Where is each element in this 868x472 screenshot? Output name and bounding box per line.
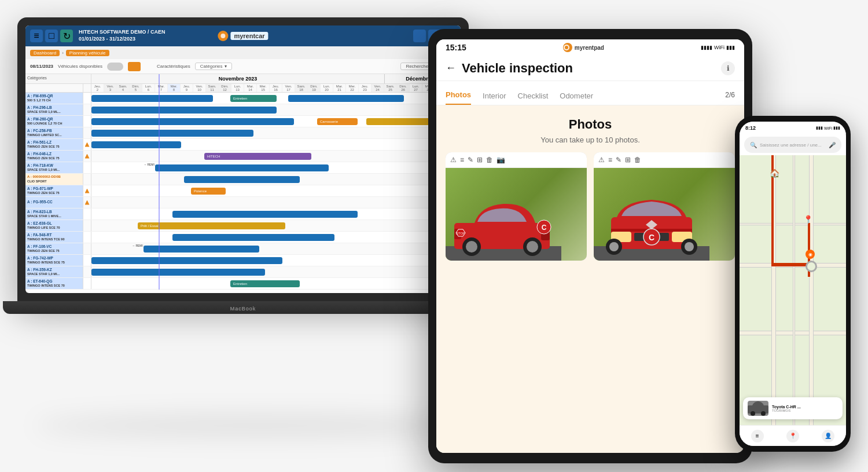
- menu-bottom-icon[interactable]: ≡: [751, 430, 764, 442]
- gantt-bar-pret[interactable]: Prêt / Essai: [138, 222, 285, 229]
- search-input[interactable]: Saisissez une adresse / une...: [760, 142, 826, 148]
- toolbar-list-icon-2[interactable]: ≡: [608, 156, 612, 164]
- gantt-bar-remi[interactable]: [155, 164, 329, 171]
- svg-point-2: [565, 46, 568, 49]
- toolbar-warning-icon[interactable]: ⚠: [450, 156, 457, 164]
- vehicle-r: [83, 139, 91, 150]
- day-21: Mar.21: [333, 84, 346, 92]
- gantt-bar[interactable]: [91, 257, 282, 264]
- categories-dropdown[interactable]: Catégories ▾: [195, 63, 233, 70]
- table-row: A : FH-561-LZ TWINGO ZEN SCE 75: [25, 139, 461, 151]
- svg-text:C: C: [542, 224, 547, 232]
- gantt-bar[interactable]: [91, 107, 277, 114]
- vehicle-label: A : FG-671-WP TWINGO ZEN SCE 75: [25, 185, 83, 196]
- car-sub: TOURIMOS: [772, 409, 838, 412]
- toolbar-delete-icon[interactable]: 🗑: [486, 156, 493, 164]
- warning-icon: [85, 200, 90, 205]
- breadcrumb-planning[interactable]: Planning véhicule: [66, 50, 109, 56]
- toolbar-edit-icon-2[interactable]: ✎: [616, 156, 621, 164]
- vehicle-r: [83, 232, 91, 243]
- tablet-content: Photos You can take up to 10 photos. ⚠ ≡…: [436, 105, 744, 453]
- gantt-cells: → REMI: [91, 162, 461, 173]
- toolbar-crop-icon[interactable]: ⊞: [477, 156, 483, 164]
- gantt-cells: [91, 208, 461, 219]
- svg-point-24: [609, 242, 619, 251]
- svg-point-8: [466, 241, 477, 253]
- vehicle-label: A : FH-561-LZ TWINGO ZEN SCE 75: [25, 139, 83, 150]
- gantt-cells: [91, 266, 461, 277]
- svg-text:C: C: [649, 233, 654, 242]
- tablet-tabs: Photos Interior Checklist Odometer 2/6: [436, 81, 744, 105]
- day-7: Mar.7: [155, 84, 168, 92]
- person-bottom-icon[interactable]: 👤: [822, 430, 834, 442]
- gantt-bar-entretien2[interactable]: Entretien: [230, 280, 300, 287]
- gantt-cells: [91, 139, 461, 150]
- refresh-icon[interactable]: ↻: [60, 30, 73, 42]
- table-row: A : ET-640-QG TWINGO INTENS SCE 70 Entre…: [25, 278, 461, 290]
- vehicle-label: A : FG-742-WP TWINGO INTENS SCE 75: [25, 255, 83, 266]
- breadcrumb-arrow: ›: [62, 50, 64, 56]
- user-icon[interactable]: [413, 30, 426, 42]
- toolbar-crop-icon-2[interactable]: ⊞: [625, 156, 631, 164]
- vehicle-r: [83, 93, 91, 104]
- map-location-pin: ◉: [806, 250, 815, 259]
- tab-odometer[interactable]: Odometer: [560, 92, 593, 105]
- filter-icon[interactable]: [128, 62, 141, 71]
- gantt-cells: [91, 104, 461, 115]
- phone-car-card[interactable]: Toyota C-HR ... TOURIMOS: [743, 397, 843, 419]
- vehicle-label: A : FF-106-VC TWINGO ZEN SCE 75: [25, 243, 83, 254]
- photo-image-1: STOP C: [446, 168, 587, 261]
- day-17: Ven.17: [282, 84, 295, 92]
- tablet-logo-icon: [563, 43, 572, 52]
- toolbar-list-icon[interactable]: ≡: [460, 156, 464, 164]
- toolbar-warning-icon-2[interactable]: ⚠: [598, 156, 605, 164]
- breadcrumb-dashboard[interactable]: Dashboard: [30, 50, 60, 56]
- back-button[interactable]: ←: [446, 62, 456, 74]
- tab-photos[interactable]: Photos: [446, 90, 471, 105]
- day-16: Jeu.16: [270, 84, 282, 92]
- location-bottom-icon[interactable]: 📍: [786, 430, 799, 442]
- month-header: Catégories Novembre 2023 Décembre 2...: [25, 74, 461, 84]
- gantt-bar-potence[interactable]: Potence: [191, 188, 226, 195]
- gantt-bar[interactable]: [172, 234, 334, 241]
- day-4: Sam.4: [117, 84, 130, 92]
- gantt-cells: Entretien: [91, 93, 461, 104]
- gantt-bar-remi2[interactable]: [144, 246, 259, 253]
- gantt-bar-hitech[interactable]: HITECH: [204, 153, 311, 160]
- company-name: HITECH SOFTWARE DEMO / CAEN 01/01/2023 -…: [79, 29, 165, 42]
- toolbar-camera-icon[interactable]: 📷: [496, 156, 505, 164]
- phone-bottombar: ≡ 📍 👤: [740, 425, 846, 446]
- toolbar-delete-icon-2[interactable]: 🗑: [634, 156, 641, 164]
- vehicle-label: A : EZ-638-GL TWINGO LIFE SCE 70: [25, 220, 83, 231]
- toolbar-edit-icon[interactable]: ✎: [468, 156, 473, 164]
- laptop-body: ≡ □ ↻ HITECH SOFTWARE DEMO / CAEN 01/01/…: [17, 17, 469, 301]
- tablet-navbar: ← Vehicle inspection ℹ: [436, 56, 744, 81]
- gantt-cells: [91, 255, 461, 266]
- info-button[interactable]: ℹ: [721, 61, 735, 75]
- photo-toolbar-2: ⚠ ≡ ✎ ⊞ 🗑: [594, 152, 735, 168]
- vehicles-toggle[interactable]: [107, 63, 123, 71]
- gantt-bar[interactable]: [184, 176, 300, 183]
- logo-icon: [218, 31, 228, 41]
- phone-searchbar[interactable]: 🔍 Saisissez une adresse / une... 🎤: [744, 137, 841, 153]
- gantt-bar[interactable]: [91, 118, 294, 125]
- gantt-bar-2[interactable]: [288, 95, 404, 102]
- menu-icon[interactable]: ≡: [30, 30, 43, 42]
- gantt-bar-entretien[interactable]: Entretien: [230, 95, 277, 102]
- tab-checklist[interactable]: Checklist: [518, 92, 549, 105]
- vehicle-label: A : FA-548-RT TWINGO INTENS TCE 90: [25, 232, 83, 243]
- tab-interior[interactable]: Interior: [483, 92, 506, 105]
- calendar-icon[interactable]: □: [45, 30, 58, 42]
- battery-icon: ▮▮▮: [726, 45, 735, 50]
- gantt-bar[interactable]: [91, 130, 253, 137]
- table-row: A : FA-548-RT TWINGO INTENS TCE 90: [25, 232, 461, 243]
- gantt-bar[interactable]: [172, 211, 358, 218]
- gantt-bar[interactable]: [91, 269, 265, 276]
- svg-text:STOP: STOP: [456, 232, 465, 235]
- vehicle-r: [83, 266, 91, 277]
- tablet: 15:15 myrentpad ▮▮▮▮ WiFi ▮▮▮: [428, 29, 752, 463]
- gantt-bar[interactable]: [91, 95, 213, 102]
- gantt-bar-carrosserie[interactable]: Carrosserie: [317, 118, 358, 125]
- gantt-bar[interactable]: [91, 141, 181, 148]
- scene: ≡ □ ↻ HITECH SOFTWARE DEMO / CAEN 01/01/…: [0, 0, 868, 472]
